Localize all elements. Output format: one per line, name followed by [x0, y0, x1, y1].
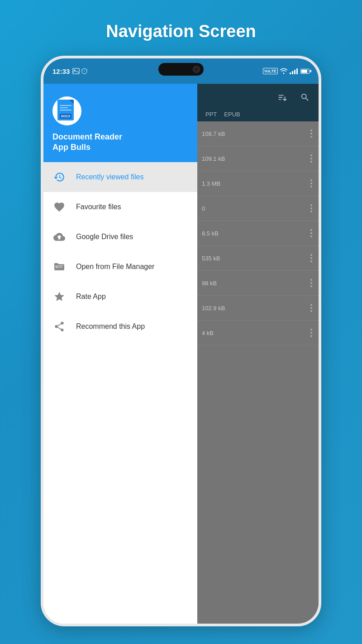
- col-headers-row: PPT EPUB: [197, 111, 319, 121]
- file-row: 102.9 kB: [197, 296, 319, 321]
- svg-rect-5: [55, 265, 58, 268]
- more-options-button[interactable]: [309, 277, 314, 289]
- more-options-button[interactable]: [309, 178, 314, 189]
- svg-rect-0: [73, 68, 79, 74]
- app-name: Document Reader App Bulls: [52, 132, 188, 153]
- wifi-icon: [280, 68, 288, 74]
- volte-badge: VoLTE: [263, 68, 278, 74]
- folder-icon: [52, 260, 66, 274]
- nav-item-google-drive[interactable]: Google Drive files: [43, 222, 197, 252]
- nav-label-recently-viewed: Recently viewed files: [76, 173, 143, 181]
- file-size: 102.9 kB: [202, 305, 225, 312]
- nav-item-rate-app[interactable]: Rate App: [43, 282, 197, 312]
- svg-rect-8: [59, 267, 62, 268]
- file-size: 1.3 MB: [202, 180, 220, 187]
- nav-item-recommend[interactable]: Recommend this App: [43, 312, 197, 341]
- sort-icon-button[interactable]: [273, 88, 291, 106]
- right-toolbar: [197, 84, 319, 111]
- svg-text:!: !: [84, 70, 85, 72]
- docx-icon: [57, 100, 76, 122]
- svg-rect-7: [59, 265, 63, 266]
- search-icon: [300, 92, 310, 102]
- cloud-upload-icon: [52, 230, 66, 244]
- nav-label-recommend: Recommend this App: [76, 322, 145, 331]
- share-icon: [52, 320, 66, 333]
- svg-rect-6: [55, 268, 58, 268]
- more-options-button[interactable]: [309, 327, 314, 339]
- file-size: 98 kB: [202, 280, 217, 287]
- more-options-button[interactable]: [309, 302, 314, 314]
- more-options-button[interactable]: [309, 227, 314, 239]
- file-row: 4 kB: [197, 321, 319, 346]
- file-row: 8.5 kB: [197, 221, 319, 246]
- clock: 12:33: [52, 67, 70, 75]
- search-icon-button[interactable]: [296, 88, 314, 106]
- shield-icon: !: [81, 68, 87, 74]
- file-row: 0: [197, 196, 319, 221]
- col-header-epub: EPUB: [220, 111, 243, 118]
- nav-item-file-manager[interactable]: Open from File Manager: [43, 252, 197, 282]
- file-size: 108.7 kB: [202, 130, 225, 137]
- sort-icon: [277, 92, 287, 102]
- nav-label-favourite: Favourite files: [76, 203, 121, 211]
- file-row: 109.1 kB: [197, 146, 319, 171]
- file-size: 8.5 kB: [202, 230, 219, 237]
- file-row: 535 kB: [197, 246, 319, 271]
- col-header-ppt: PPT: [202, 111, 220, 118]
- nav-label-google-drive: Google Drive files: [76, 233, 133, 241]
- nav-items-list: Recently viewed files Favourite files: [43, 162, 197, 624]
- more-options-button[interactable]: [309, 128, 314, 139]
- signal-bars: [290, 68, 298, 74]
- nav-item-recently-viewed[interactable]: Recently viewed files: [43, 162, 197, 192]
- file-rows-list: 108.7 kB 109.1 kB 1.3 MB: [197, 121, 319, 624]
- file-size: 535 kB: [202, 255, 220, 262]
- nav-item-favourite[interactable]: Favourite files: [43, 192, 197, 222]
- page-title: Navigation Screen: [106, 22, 256, 41]
- more-options-button[interactable]: [309, 202, 314, 214]
- file-size: 4 kB: [202, 330, 214, 336]
- camera-dot: [193, 66, 200, 73]
- more-options-button[interactable]: [309, 252, 314, 264]
- photo-icon: [72, 68, 80, 74]
- file-row: 1.3 MB: [197, 171, 319, 196]
- history-icon: [52, 170, 66, 184]
- nav-label-rate-app: Rate App: [76, 293, 106, 301]
- app-icon-wrapper: [52, 96, 81, 125]
- more-options-button[interactable]: [309, 153, 314, 164]
- pill-notch: [158, 63, 204, 76]
- file-row: 98 kB: [197, 271, 319, 296]
- file-size: 0: [202, 205, 205, 212]
- heart-icon: [52, 200, 66, 214]
- phone-frame: 12:33 ! VoLTE: [41, 56, 321, 626]
- file-row: 108.7 kB: [197, 121, 319, 146]
- status-right: VoLTE: [263, 68, 310, 74]
- battery-icon: [300, 69, 310, 74]
- status-bar: 12:33 ! VoLTE: [43, 58, 319, 84]
- right-panel: PPT EPUB 108.7 kB 109.1 kB: [197, 84, 319, 624]
- nav-label-file-manager: Open from File Manager: [76, 263, 154, 271]
- nav-drawer: Document Reader App Bulls Recently viewe…: [43, 84, 197, 624]
- file-size: 109.1 kB: [202, 155, 225, 162]
- drawer-header: Document Reader App Bulls: [43, 84, 197, 162]
- star-icon: [52, 290, 66, 303]
